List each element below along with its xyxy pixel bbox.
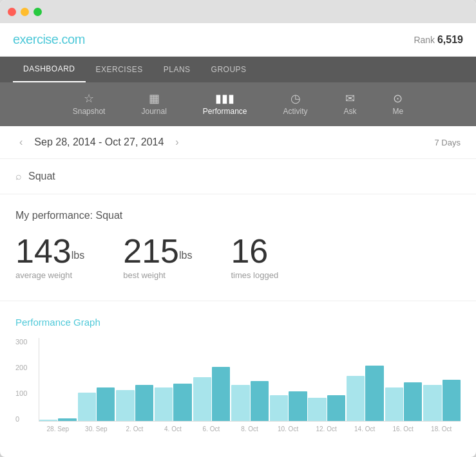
journal-icon: ▦ [149,93,160,104]
search-input[interactable] [28,171,461,182]
performance-section: My performance: Squat 143lbs average wei… [0,194,476,290]
chart-bar [365,366,383,421]
maximize-dot[interactable] [33,8,42,16]
chart-bar [212,367,230,421]
x-axis-label: 12. Oct [307,425,346,433]
date-navigation: ‹ Sep 28, 2014 - Oct 27, 2014 › [15,135,183,149]
chart-bar [289,391,307,421]
chart-bar [385,387,403,421]
nav-plans[interactable]: PLANS [153,57,201,82]
rank-value: 6,519 [437,34,463,45]
chart-bar [423,385,441,421]
tab-ask-label: Ask [344,107,357,116]
performance-title: My performance: Squat [15,210,461,221]
bar-group [116,385,153,421]
stat-avg-value: 143 [15,232,71,270]
tab-me[interactable]: ⊙ Me [375,86,422,122]
chart-bar [347,376,365,421]
app-window: exercise.com Rank 6,519 DASHBOARD EXERCI… [0,0,476,457]
logo: exercise.com [13,32,85,47]
stat-avg-unit: lbs [71,250,84,261]
bar-group [193,367,231,421]
chart-bar [58,418,76,421]
me-icon: ⊙ [393,93,403,104]
bar-group [308,395,345,421]
search-icon: ⌕ [15,171,22,182]
nav-exercises[interactable]: EXERCISES [86,57,153,82]
search-bar: ⌕ [0,159,476,194]
bar-group [39,418,77,421]
date-prev-button[interactable]: ‹ [15,135,26,149]
days-badge: 7 Days [435,138,461,147]
bar-group [155,384,192,421]
x-axis-label: 6. Oct [192,425,231,433]
chart-bar [270,395,288,421]
stat-times-label: times logged [231,270,278,280]
tab-activity-label: Activity [283,107,308,116]
tab-snapshot-label: Snapshot [73,107,106,116]
bar-group [347,366,384,421]
close-dot[interactable] [8,8,16,16]
nav-dashboard[interactable]: DASHBOARD [13,57,86,82]
chart-bar [78,393,96,421]
performance-icon: ▮▮▮ [215,93,234,104]
y-label-0: 0 [15,415,19,423]
chart-bar [97,387,115,421]
stat-best-number: 215lbs [123,234,192,268]
chart-bar [404,382,422,421]
chart-bar [39,420,57,421]
tab-snapshot[interactable]: ☆ Snapshot [55,86,124,122]
stat-best-value: 215 [123,232,179,270]
tab-journal[interactable]: ▦ Journal [123,86,184,122]
header: exercise.com Rank 6,519 [0,23,476,57]
bar-group [385,382,423,421]
chart-bar [308,398,326,421]
stat-times-logged: 16 times logged [231,234,278,280]
bar-group [423,380,461,421]
x-axis-label: 8. Oct [231,425,269,433]
chart-bar [173,384,191,421]
minimize-dot[interactable] [21,8,29,16]
chart-bar [443,380,461,421]
x-axis-label: 16. Oct [384,425,423,433]
rank-display: Rank 6,519 [414,34,463,46]
tab-performance-label: Performance [203,107,247,116]
chart-bar [135,385,153,421]
tab-journal-label: Journal [141,107,166,116]
chart-bar [327,395,345,421]
date-range-text: Sep 28, 2014 - Oct 27, 2014 [34,136,164,148]
x-axis-label: 30. Sep [77,425,116,433]
x-axis-label: 10. Oct [269,425,307,433]
chart-area [39,338,461,422]
bar-group [270,391,307,421]
section-divider [0,301,476,301]
bar-group [78,387,115,421]
graph-title: Performance Graph [15,317,461,328]
x-axis-label: 28. Sep [39,425,77,433]
date-next-button[interactable]: › [171,135,182,149]
chart-bar [231,385,249,421]
tab-ask[interactable]: ✉ Ask [326,86,375,122]
stat-times-value: 16 [231,232,268,270]
bar-group [231,381,269,421]
stat-average-weight: 143lbs average weight [15,234,84,280]
ask-icon: ✉ [345,93,355,104]
logo-domain: .com [58,32,84,46]
y-label-300: 300 [15,338,27,346]
x-axis-label: 4. Oct [154,425,193,433]
tab-me-label: Me [393,107,404,116]
stat-best-unit: lbs [179,250,192,261]
nav-groups[interactable]: GROUPS [201,57,257,82]
nav-sub: ☆ Snapshot ▦ Journal ▮▮▮ Performance ◷ A… [0,82,476,126]
tab-performance[interactable]: ▮▮▮ Performance [185,86,265,122]
tab-activity[interactable]: ◷ Activity [265,86,326,122]
titlebar [0,0,476,23]
y-label-200: 200 [15,364,27,371]
x-axis-label: 14. Oct [345,425,384,433]
chart-bar [193,377,211,421]
activity-icon: ◷ [290,93,301,104]
x-axis-label: 18. Oct [422,425,461,433]
chart-bar [116,390,134,421]
nav-top: DASHBOARD EXERCISES PLANS GROUPS [0,57,476,82]
stat-best-label: best weight [123,270,192,280]
